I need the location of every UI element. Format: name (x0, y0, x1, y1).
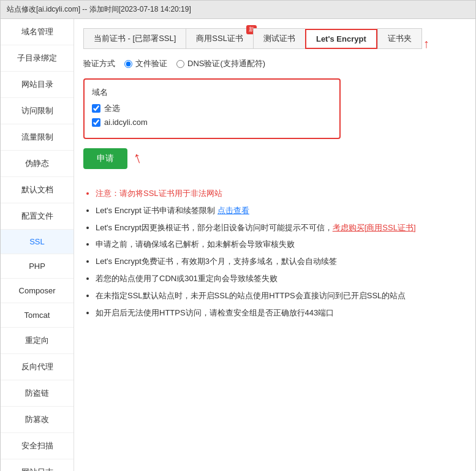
apply-button[interactable]: 申请 (83, 148, 127, 169)
tab-当前证书 - [已部署SSL][interactable]: 当前证书 - [已部署SSL] (83, 28, 186, 49)
sidebar-item-配置文件[interactable]: 配置文件 (1, 203, 74, 230)
notes-list: 注意：请勿将SSL证书用于非法网站Let's Encrypt 证书申请和续签限制… (83, 187, 466, 319)
domain-label: ai.idcyli.com (104, 118, 148, 127)
sidebar-item-防篡改[interactable]: 防篡改 (1, 407, 74, 433)
sidebar-item-重定向[interactable]: 重定向 (1, 328, 74, 354)
main-window: 站点修改[ai.idcyli.com] -- 添加时间[2023-07-18 1… (0, 0, 476, 471)
note-item: Let's Encrypt因更换根证书，部分老旧设备访问时可能提示不可信，考虑购… (96, 222, 466, 235)
radio-file-label: 文件验证 (135, 58, 167, 69)
sidebar-item-反向代理[interactable]: 反向代理 (1, 354, 74, 380)
note-item: 注意：请勿将SSL证书用于非法网站 (96, 187, 466, 200)
checkbox-domain[interactable]: ai.idcyli.com (92, 118, 332, 127)
checkbox-select-all[interactable]: 全选 (92, 103, 332, 114)
sidebar-item-访问限制[interactable]: 访问限制 (1, 98, 74, 124)
domain-box: 域名 全选 ai.idcyli.com (83, 78, 341, 139)
tab-arrow-wrapper: ↑ (423, 37, 429, 50)
sidebar: 域名管理子目录绑定网站目录访问限制流量限制伪静态默认文档配置文件SSLPHPCo… (1, 19, 74, 471)
note-item: 在未指定SSL默认站点时，未开启SSL的站点使用HTTPS会直接访问到已开启SS… (96, 290, 466, 303)
note-item: Let's Encrypt 证书申请和续签限制 点击查看 (96, 205, 466, 217)
domain-box-label: 域名 (92, 87, 332, 98)
tabs-container: 当前证书 - [已部署SSL]商用SSL证书新测试证书Let's Encrypt… (83, 28, 466, 58)
apply-row: 申请 ↑ (83, 148, 466, 178)
sidebar-item-SSL[interactable]: SSL (1, 230, 74, 254)
apply-arrow-icon: ↑ (130, 148, 145, 168)
sidebar-item-网站日志[interactable]: 网站日志 (1, 459, 74, 471)
sidebar-item-Tomcat[interactable]: Tomcat (1, 303, 74, 328)
select-all-label: 全选 (104, 103, 120, 114)
note-item: 如开启后无法使用HTTPS访问，请检查安全组是否正确放行443端口 (96, 307, 466, 320)
note-link[interactable]: 点击查看 (217, 206, 249, 215)
note-item: 若您的站点使用了CDN或301重定向会导致续签失败 (96, 273, 466, 285)
sidebar-item-安全扫描[interactable]: 安全扫描 (1, 433, 74, 459)
main-layout: 域名管理子目录绑定网站目录访问限制流量限制伪静态默认文档配置文件SSLPHPCo… (1, 19, 475, 471)
sidebar-item-流量限制[interactable]: 流量限制 (1, 124, 74, 151)
titlebar: 站点修改[ai.idcyli.com] -- 添加时间[2023-07-18 1… (1, 1, 475, 19)
radio-group: 文件验证 DNS验证(支持通配符) (124, 58, 265, 69)
radio-dns-verify[interactable]: DNS验证(支持通配符) (176, 58, 265, 69)
note-link[interactable]: 考虑购买[商用SSL证书] (333, 223, 416, 232)
sidebar-item-PHP[interactable]: PHP (1, 254, 74, 279)
sidebar-item-子目录绑定[interactable]: 子目录绑定 (1, 45, 74, 72)
sidebar-item-防盗链[interactable]: 防盗链 (1, 380, 74, 407)
radio-dns-label: DNS验证(支持通配符) (187, 58, 265, 69)
sidebar-item-Composer[interactable]: Composer (1, 279, 74, 303)
arrow-up-icon: ↑ (423, 37, 429, 50)
content-area: 当前证书 - [已部署SSL]商用SSL证书新测试证书Let's Encrypt… (74, 19, 475, 471)
sidebar-item-域名管理[interactable]: 域名管理 (1, 19, 74, 45)
verify-section: 验证方式 文件验证 DNS验证(支持通配符) (83, 58, 466, 69)
sidebar-item-网站目录[interactable]: 网站目录 (1, 72, 74, 98)
sidebar-item-默认文档[interactable]: 默认文档 (1, 177, 74, 203)
verify-label: 验证方式 (83, 58, 115, 69)
note-item: 申请之前，请确保域名已解析，如未解析会导致审核失败 (96, 238, 466, 251)
tabs-row: 当前证书 - [已部署SSL]商用SSL证书新测试证书Let's Encrypt… (83, 28, 422, 49)
sidebar-item-伪静态[interactable]: 伪静态 (1, 151, 74, 177)
radio-file-verify[interactable]: 文件验证 (124, 58, 167, 69)
tab-Let's Encrypt[interactable]: Let's Encrypt (305, 29, 377, 49)
note-item: Let's Encrypt免费证书，有效期3个月，支持多域名，默认会自动续签 (96, 255, 466, 268)
tab-测试证书[interactable]: 测试证书 (253, 28, 305, 49)
tab-证书夹[interactable]: 证书夹 (377, 28, 422, 49)
tab-商用SSL证书[interactable]: 商用SSL证书新 (186, 28, 253, 49)
